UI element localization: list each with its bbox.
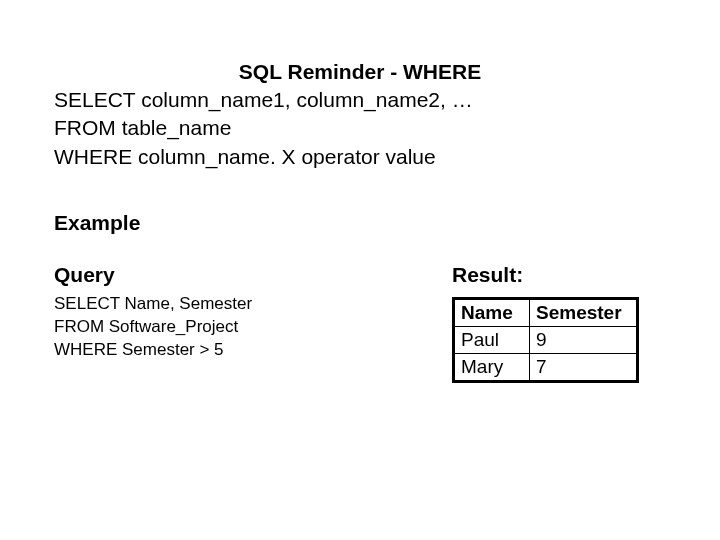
result-heading: Result: bbox=[452, 263, 666, 287]
table-row: Mary 7 bbox=[454, 354, 638, 382]
syntax-line-from: FROM table_name bbox=[54, 114, 666, 142]
table-cell-semester: 9 bbox=[530, 327, 638, 354]
table-cell-semester: 7 bbox=[530, 354, 638, 382]
table-row: Paul 9 bbox=[454, 327, 638, 354]
query-heading: Query bbox=[54, 263, 452, 287]
page-title: SQL Reminder - WHERE bbox=[54, 60, 666, 84]
query-line-where: WHERE Semester > 5 bbox=[54, 339, 452, 362]
example-heading: Example bbox=[54, 211, 666, 235]
table-header-semester: Semester bbox=[530, 299, 638, 327]
result-section: Result: Name Semester Paul 9 Mary 7 bbox=[452, 263, 666, 383]
example-columns: Query SELECT Name, Semester FROM Softwar… bbox=[54, 263, 666, 383]
table-cell-name: Paul bbox=[454, 327, 530, 354]
table-header-name: Name bbox=[454, 299, 530, 327]
slide-content: SQL Reminder - WHERE SELECT column_name1… bbox=[54, 60, 666, 383]
result-table: Name Semester Paul 9 Mary 7 bbox=[452, 297, 639, 383]
syntax-line-select: SELECT column_name1, column_name2, … bbox=[54, 86, 666, 114]
query-line-select: SELECT Name, Semester bbox=[54, 293, 452, 316]
table-cell-name: Mary bbox=[454, 354, 530, 382]
table-header-row: Name Semester bbox=[454, 299, 638, 327]
query-line-from: FROM Software_Project bbox=[54, 316, 452, 339]
query-section: Query SELECT Name, Semester FROM Softwar… bbox=[54, 263, 452, 362]
syntax-line-where: WHERE column_name. X operator value bbox=[54, 143, 666, 171]
